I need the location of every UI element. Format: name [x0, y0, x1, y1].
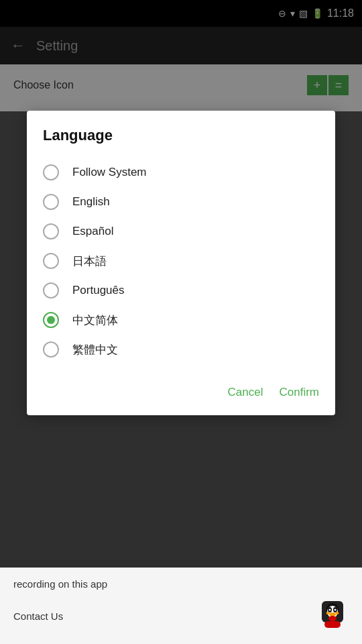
- radio-option-espanol[interactable]: Español: [43, 217, 319, 246]
- radio-option-chinese_traditional[interactable]: 繁體中文: [43, 335, 319, 364]
- radio-circle-chinese_traditional: [43, 341, 59, 358]
- radio-option-portuguese[interactable]: Português: [43, 276, 319, 305]
- radio-label-english: English: [72, 195, 110, 209]
- tencent-icon: [316, 598, 349, 633]
- svg-point-6: [335, 609, 337, 611]
- recording-text: recording on this app: [13, 578, 107, 590]
- radio-label-chinese_simplified: 中文简体: [72, 313, 118, 328]
- radio-circle-english: [43, 194, 59, 210]
- radio-circle-follow_system: [43, 164, 59, 180]
- radio-option-english[interactable]: English: [43, 187, 319, 217]
- radio-option-chinese_simplified[interactable]: 中文简体: [43, 305, 319, 335]
- radio-label-espanol: Español: [72, 225, 113, 238]
- dialog-actions: Cancel Confirm: [43, 375, 319, 405]
- confirm-button[interactable]: Confirm: [279, 380, 319, 405]
- radio-label-follow_system: Follow System: [72, 166, 147, 179]
- radio-option-follow_system[interactable]: Follow System: [43, 158, 319, 187]
- modal-overlay: Language Follow SystemEnglishEspañol日本語P…: [0, 0, 362, 644]
- radio-circle-japanese: [43, 253, 59, 269]
- radio-label-chinese_traditional: 繁體中文: [72, 342, 118, 358]
- dialog-title: Language: [43, 127, 319, 144]
- cancel-button[interactable]: Cancel: [228, 380, 263, 405]
- contact-row: Contact Us: [13, 598, 349, 633]
- radio-options-list: Follow SystemEnglishEspañol日本語Português中…: [43, 158, 319, 364]
- radio-label-portuguese: Português: [72, 284, 125, 297]
- radio-circle-espanol: [43, 223, 59, 239]
- radio-option-japanese[interactable]: 日本語: [43, 246, 319, 276]
- language-dialog: Language Follow SystemEnglishEspañol日本語P…: [27, 111, 335, 415]
- contact-label: Contact Us: [13, 610, 63, 622]
- radio-circle-chinese_simplified: [43, 312, 59, 328]
- background-content-bottom: recording on this app Contact Us: [0, 568, 362, 644]
- svg-rect-11: [324, 621, 341, 628]
- radio-label-japanese: 日本語: [72, 254, 107, 269]
- svg-point-10: [328, 616, 337, 621]
- svg-point-8: [326, 612, 330, 614]
- svg-point-9: [336, 612, 339, 614]
- radio-circle-portuguese: [43, 282, 59, 299]
- svg-point-5: [329, 609, 331, 611]
